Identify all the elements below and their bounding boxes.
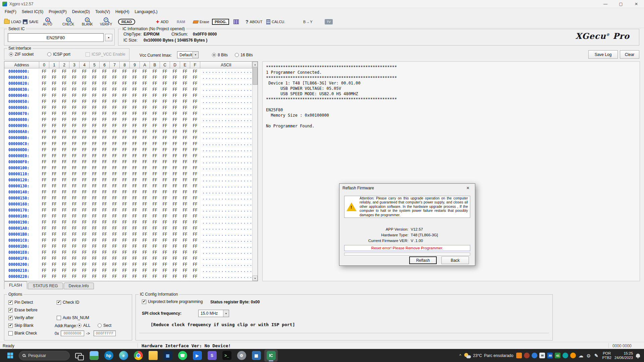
hex-byte[interactable]: FF xyxy=(90,243,100,249)
hex-byte[interactable]: FF xyxy=(180,153,190,159)
hex-byte[interactable]: FF xyxy=(90,147,100,153)
hex-byte[interactable]: FF xyxy=(140,237,150,243)
hex-byte[interactable]: FF xyxy=(59,135,69,141)
hex-byte[interactable]: FF xyxy=(150,141,160,147)
hex-byte[interactable]: FF xyxy=(100,225,110,231)
hex-vertical-scrollbar[interactable]: ▲ ▼ xyxy=(252,62,258,281)
hex-byte[interactable]: FF xyxy=(79,195,90,201)
hex-byte[interactable]: FF xyxy=(120,111,130,117)
hex-byte[interactable]: FF xyxy=(140,213,150,219)
hex-byte[interactable]: FF xyxy=(170,201,180,207)
hex-byte[interactable]: FF xyxy=(190,129,200,135)
hex-byte[interactable]: FF xyxy=(100,165,110,171)
hex-byte[interactable]: FF xyxy=(130,135,140,141)
hex-byte[interactable]: FF xyxy=(130,80,140,86)
hex-byte[interactable]: FF xyxy=(90,105,100,111)
hex-byte[interactable]: FF xyxy=(49,129,59,135)
hex-byte[interactable]: FF xyxy=(100,219,110,225)
hex-byte[interactable]: FF xyxy=(59,117,69,123)
hex-byte[interactable]: FF xyxy=(190,225,200,231)
hex-byte[interactable]: FF xyxy=(190,123,200,129)
hex-byte[interactable]: FF xyxy=(69,86,79,93)
hex-byte[interactable]: FF xyxy=(190,99,200,105)
hex-byte[interactable]: FF xyxy=(170,165,180,171)
hex-byte[interactable]: FF xyxy=(49,237,59,243)
hex-byte[interactable]: FF xyxy=(79,68,90,74)
select-ic-dropdown-button[interactable]: ▼ xyxy=(105,34,112,41)
scroll-up-button[interactable]: ▲ xyxy=(253,62,258,67)
hex-byte[interactable]: FF xyxy=(120,201,130,207)
hex-byte[interactable]: FF xyxy=(160,117,170,123)
hex-byte[interactable]: FF xyxy=(130,68,140,74)
hex-byte[interactable]: FF xyxy=(120,213,130,219)
hex-byte[interactable]: FF xyxy=(49,243,59,249)
hex-byte[interactable]: FF xyxy=(130,86,140,93)
hex-byte[interactable]: FF xyxy=(100,249,110,255)
hex-byte[interactable]: FF xyxy=(59,177,69,183)
hex-byte[interactable]: FF xyxy=(100,68,110,74)
hex-byte[interactable]: FF xyxy=(79,243,90,249)
hex-byte[interactable]: FF xyxy=(49,189,59,195)
hex-byte[interactable]: FF xyxy=(140,80,150,86)
hex-byte[interactable]: FF xyxy=(180,147,190,153)
hex-byte[interactable]: FF xyxy=(180,267,190,274)
hex-byte[interactable]: FF xyxy=(140,153,150,159)
hex-byte[interactable]: FF xyxy=(120,237,130,243)
hex-byte[interactable]: FF xyxy=(130,171,140,177)
tray-icon-blue-app[interactable] xyxy=(532,353,537,358)
hex-byte[interactable]: FF xyxy=(150,219,160,225)
hex-byte[interactable]: FF xyxy=(110,255,120,261)
hex-byte[interactable]: FF xyxy=(160,99,170,105)
hex-byte[interactable]: FF xyxy=(150,86,160,93)
hex-byte[interactable]: FF xyxy=(69,68,79,74)
hex-byte[interactable]: FF xyxy=(190,86,200,93)
hex-byte[interactable]: FF xyxy=(90,189,100,195)
tab-status-reg[interactable]: STATUS REG xyxy=(28,283,63,289)
hex-byte[interactable]: FF xyxy=(90,135,100,141)
tab-device-info[interactable]: Device.Info xyxy=(64,283,94,289)
hex-byte[interactable]: FF xyxy=(130,219,140,225)
addr-range-all-radio[interactable]: ALL xyxy=(77,323,90,328)
tray-icon-teal-app[interactable] xyxy=(562,353,568,358)
hex-byte[interactable]: FF xyxy=(140,105,150,111)
hex-byte[interactable]: FF xyxy=(150,111,160,117)
menu-language[interactable]: Language(L) xyxy=(132,9,160,15)
hex-byte[interactable]: FF xyxy=(110,249,120,255)
hex-byte[interactable]: FF xyxy=(150,189,160,195)
tray-icon-clock[interactable]: ⊙ xyxy=(586,353,591,358)
hex-byte[interactable]: FF xyxy=(39,105,49,111)
hex-byte[interactable]: FF xyxy=(90,219,100,225)
hex-byte[interactable]: FF xyxy=(120,195,130,201)
hex-byte[interactable]: FF xyxy=(39,237,49,243)
dialog-title-bar[interactable]: Reflash Firmware ✕ xyxy=(339,184,475,192)
hex-byte[interactable]: FF xyxy=(59,93,69,99)
hex-byte[interactable]: FF xyxy=(79,123,90,129)
hex-byte[interactable]: FF xyxy=(39,86,49,93)
hex-byte[interactable]: FF xyxy=(170,177,180,183)
hex-byte[interactable]: FF xyxy=(160,183,170,189)
hex-byte[interactable]: FF xyxy=(190,117,200,123)
hex-byte[interactable]: FF xyxy=(190,243,200,249)
hex-byte[interactable]: FF xyxy=(140,141,150,147)
hex-byte[interactable]: FF xyxy=(90,177,100,183)
hex-byte[interactable]: FF xyxy=(120,129,130,135)
hex-byte[interactable]: FF xyxy=(100,243,110,249)
hex-byte[interactable]: FF xyxy=(79,165,90,171)
hex-byte[interactable]: FF xyxy=(79,274,90,280)
hex-byte[interactable]: FF xyxy=(110,219,120,225)
hex-byte[interactable]: FF xyxy=(110,159,120,165)
hex-byte[interactable]: FF xyxy=(140,129,150,135)
hex-byte[interactable]: FF xyxy=(130,165,140,171)
hex-byte[interactable]: FF xyxy=(49,207,59,213)
hex-byte[interactable]: FF xyxy=(59,267,69,274)
hex-byte[interactable]: FF xyxy=(59,207,69,213)
hex-byte[interactable]: FF xyxy=(100,147,110,153)
hex-byte[interactable]: FF xyxy=(90,80,100,86)
hex-byte[interactable]: FF xyxy=(120,171,130,177)
hex-byte[interactable]: FF xyxy=(90,141,100,147)
hex-byte[interactable]: FF xyxy=(130,147,140,153)
calcu-button[interactable]: CALCU. xyxy=(266,15,285,28)
hex-byte[interactable]: FF xyxy=(150,123,160,129)
hex-byte[interactable]: FF xyxy=(59,231,69,237)
hex-byte[interactable]: FF xyxy=(170,213,180,219)
